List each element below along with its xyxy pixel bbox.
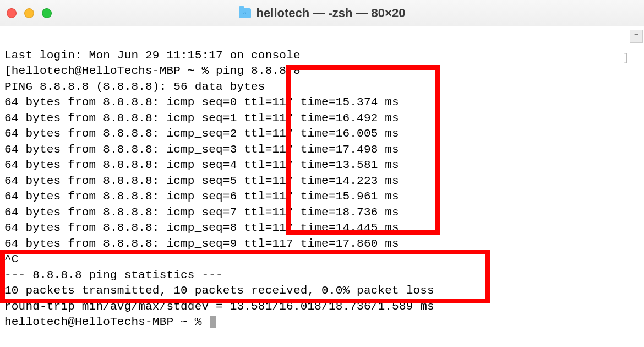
titlebar: ⌂ hellotech — -zsh — 80×20 (0, 0, 644, 26)
cursor-icon (210, 316, 216, 328)
last-login-line: Last login: Mon Jun 29 11:15:17 on conso… (4, 49, 301, 62)
scroll-indicator-icon[interactable]: ≡ (630, 30, 643, 43)
home-folder-icon: ⌂ (239, 8, 251, 18)
ping-reply: 64 bytes from 8.8.8.8: icmp_seq=3 ttl=11… (4, 143, 399, 156)
window-title: hellotech — -zsh — 80×20 (256, 6, 406, 20)
ping-reply: 64 bytes from 8.8.8.8: icmp_seq=0 ttl=11… (4, 96, 399, 109)
ping-reply: 64 bytes from 8.8.8.8: icmp_seq=4 ttl=11… (4, 159, 399, 171)
zoom-button[interactable] (42, 8, 52, 18)
right-bracket-decoration: ] (623, 52, 630, 64)
terminal-output[interactable]: Last login: Mon Jun 29 11:15:17 on conso… (0, 26, 644, 346)
ping-reply: 64 bytes from 8.8.8.8: icmp_seq=5 ttl=11… (4, 175, 399, 187)
terminal-area[interactable]: ≡ ] Last login: Mon Jun 29 11:15:17 on c… (0, 26, 644, 347)
ping-reply: 64 bytes from 8.8.8.8: icmp_seq=2 ttl=11… (4, 127, 399, 140)
stats-rtt: round-trip min/avg/max/stddev = 13.581/1… (4, 300, 434, 313)
ping-reply: 64 bytes from 8.8.8.8: icmp_seq=9 ttl=11… (4, 237, 399, 250)
window-controls (7, 8, 52, 18)
title-center: ⌂ hellotech — -zsh — 80×20 (0, 6, 644, 20)
ping-header: PING 8.8.8.8 (8.8.8.8): 56 data bytes (4, 80, 265, 93)
ping-reply: 64 bytes from 8.8.8.8: icmp_seq=1 ttl=11… (4, 112, 399, 124)
ping-reply: 64 bytes from 8.8.8.8: icmp_seq=7 ttl=11… (4, 206, 399, 219)
stats-header: --- 8.8.8.8 ping statistics --- (4, 269, 223, 281)
prompt-open-bracket: [ (4, 64, 12, 77)
close-button[interactable] (7, 8, 17, 18)
minimize-button[interactable] (24, 8, 34, 18)
ping-reply: 64 bytes from 8.8.8.8: icmp_seq=8 ttl=11… (4, 221, 399, 234)
ping-reply: 64 bytes from 8.8.8.8: icmp_seq=6 ttl=11… (4, 190, 399, 203)
prompt-line-2: hellotech@HelloTechs-MBP ~ % (4, 316, 209, 328)
stats-packets: 10 packets transmitted, 10 packets recei… (4, 284, 434, 297)
prompt-line-1: hellotech@HelloTechs-MBP ~ % ping 8.8.8.… (12, 64, 301, 77)
interrupt-line: ^C (4, 253, 19, 265)
